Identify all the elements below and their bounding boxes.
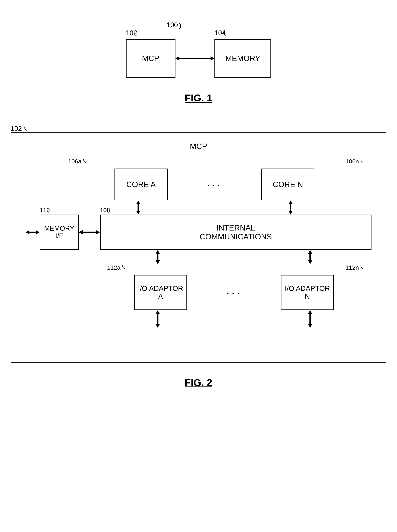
svg-rect-20 bbox=[310, 254, 311, 261]
core-n-box: CORE N bbox=[261, 169, 314, 200]
core-a-box: CORE A bbox=[114, 169, 168, 200]
core-boxes-row: CORE A ··· CORE N bbox=[57, 169, 372, 200]
svg-marker-9 bbox=[289, 211, 293, 215]
svg-rect-26 bbox=[310, 314, 311, 324]
memory-ext-arrow-svg bbox=[25, 229, 40, 236]
arrow-io-n-top bbox=[284, 250, 337, 264]
svg-rect-17 bbox=[157, 254, 158, 261]
svg-marker-10 bbox=[25, 230, 29, 234]
io-down-arrows bbox=[96, 310, 372, 328]
fig1-title: FIG. 1 bbox=[11, 92, 386, 103]
internal-comms-container: 108 INTERNAL COMMUNICATIONS bbox=[100, 215, 372, 250]
svg-marker-4 bbox=[136, 200, 140, 204]
svg-marker-12 bbox=[36, 230, 40, 234]
svg-rect-14 bbox=[82, 232, 96, 233]
svg-marker-27 bbox=[308, 324, 312, 328]
io-a-label: I/O ADAPTOR A bbox=[138, 284, 183, 300]
fig1-mcp-container: 102 MCP bbox=[126, 39, 175, 78]
fig2-content: 106a 106n C bbox=[25, 158, 372, 328]
arrow-io-n-bottom bbox=[284, 310, 337, 328]
memif-to-comms-arrow bbox=[79, 229, 100, 236]
ref-106n-arrow-icon bbox=[360, 158, 366, 164]
core-a-label: CORE A bbox=[126, 180, 156, 189]
fig2-title: FIG. 2 bbox=[11, 377, 386, 388]
arrow-svg bbox=[175, 55, 214, 62]
memory-if-box: MEMORY I/F bbox=[40, 215, 79, 250]
page: 100 102 MCP bbox=[0, 0, 397, 532]
fig2-section: 102 MCP 106a bbox=[11, 125, 386, 388]
svg-rect-11 bbox=[29, 232, 36, 233]
fig2-ref-112n: 112n bbox=[345, 264, 359, 271]
arrow-core-a-svg bbox=[135, 200, 142, 215]
svg-marker-24 bbox=[156, 324, 160, 328]
arrow-io-a-top bbox=[131, 250, 184, 264]
svg-marker-19 bbox=[308, 250, 312, 254]
svg-marker-21 bbox=[308, 260, 312, 264]
fig1-mcp-label: MCP bbox=[142, 54, 159, 63]
fig1-memory-label: MEMORY bbox=[225, 54, 260, 63]
fig1-memory-container: 104 MEMORY bbox=[214, 39, 271, 78]
fig1-mcp-box: MCP bbox=[126, 39, 175, 78]
svg-marker-6 bbox=[136, 211, 140, 215]
fig2-outer-box: MCP 106a 106n bbox=[11, 133, 386, 363]
memory-left-arrow-container bbox=[25, 229, 40, 236]
memory-if-label: MEMORY I/F bbox=[44, 225, 74, 240]
io-a-box: I/O ADAPTOR A bbox=[134, 275, 187, 310]
svg-marker-22 bbox=[156, 310, 160, 314]
io-boxes-row: I/O ADAPTOR A ··· I/O ADAPTOR N bbox=[96, 275, 372, 310]
ref-108-arrow-icon bbox=[107, 209, 113, 215]
ref-112a-arrow-icon bbox=[122, 265, 128, 271]
fig2-ref-106n: 106n bbox=[345, 158, 359, 165]
core-n-label: CORE N bbox=[273, 180, 303, 189]
arrow-io-a-bottom-svg bbox=[154, 310, 161, 328]
ref-102-arrow-icon bbox=[133, 31, 140, 39]
arrow-io-a-bottom bbox=[131, 310, 184, 328]
memory-if-container: 110 MEMORY I/F bbox=[40, 215, 79, 250]
ref-112n-arrow-icon bbox=[360, 265, 366, 271]
svg-marker-15 bbox=[96, 230, 100, 234]
io-n-label: I/O ADAPTOR N bbox=[285, 284, 330, 300]
fig1-bidirectional-arrow bbox=[175, 55, 214, 62]
middle-row: 110 MEMORY I/F bbox=[25, 215, 372, 250]
arrow-io-a-top-svg bbox=[154, 250, 161, 264]
arrow-core-n-svg bbox=[287, 200, 294, 215]
ref-104-arrow-icon bbox=[223, 31, 230, 39]
svg-rect-23 bbox=[157, 314, 158, 324]
ref-110-arrow-icon bbox=[47, 209, 53, 215]
ref-106a-arrow-icon bbox=[83, 158, 89, 164]
svg-marker-3 bbox=[211, 56, 214, 60]
svg-marker-0 bbox=[179, 28, 180, 29]
core-dots: ··· bbox=[207, 177, 222, 192]
fig2-ref-102-arrow-icon bbox=[23, 125, 30, 132]
fig2-ref-112a: 112a bbox=[107, 264, 121, 271]
arrow-io-n-top-svg bbox=[307, 250, 314, 264]
internal-comms-box: INTERNAL COMMUNICATIONS bbox=[100, 215, 372, 250]
arrow-io-n-bottom-svg bbox=[307, 310, 314, 328]
io-n-box: I/O ADAPTOR N bbox=[281, 275, 334, 310]
fig2-mcp-label: MCP bbox=[25, 142, 372, 151]
fig2-ref-106a: 106a bbox=[68, 158, 81, 165]
fig1-memory-box: MEMORY bbox=[214, 39, 271, 78]
svg-marker-1 bbox=[175, 56, 179, 60]
svg-marker-16 bbox=[156, 250, 160, 254]
io-dots: ··· bbox=[226, 285, 242, 300]
svg-rect-5 bbox=[137, 204, 139, 211]
svg-marker-13 bbox=[79, 230, 83, 234]
arrow-core-a bbox=[112, 200, 165, 215]
fig2-ref-102: 102 bbox=[11, 125, 22, 133]
svg-marker-18 bbox=[156, 260, 160, 264]
svg-marker-25 bbox=[308, 310, 312, 314]
arrow-core-n bbox=[264, 200, 317, 215]
memif-comms-arrow-svg bbox=[79, 229, 100, 236]
svg-rect-8 bbox=[290, 204, 291, 211]
fig1-section: 100 102 MCP bbox=[11, 21, 386, 103]
svg-marker-7 bbox=[289, 200, 293, 204]
ref-100-arrow-icon bbox=[174, 23, 181, 30]
comms-to-io-arrows bbox=[96, 250, 372, 264]
svg-rect-2 bbox=[179, 58, 211, 59]
